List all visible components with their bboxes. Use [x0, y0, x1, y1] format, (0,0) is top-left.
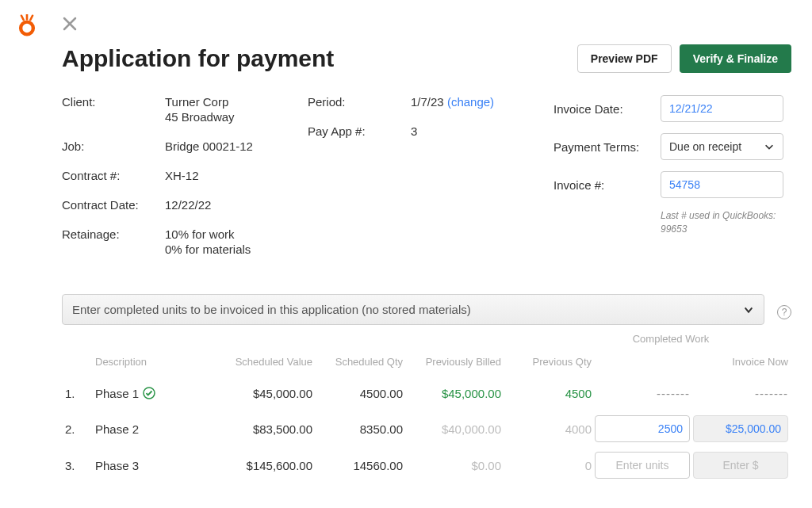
contract-num-label: Contract #:	[62, 169, 165, 182]
svg-line-2	[21, 16, 24, 20]
payapp-label: Pay App #:	[308, 124, 411, 138]
previously-billed: $40,000.00	[406, 422, 501, 436]
header-scheduled-qty: Scheduled Qty	[316, 356, 403, 368]
payment-terms-value: Due on receipt	[669, 140, 741, 153]
scheduled-value: $83,500.00	[217, 422, 312, 436]
line-items-table: Completed Work Description Scheduled Val…	[62, 330, 791, 483]
previously-billed: $45,000.00	[406, 387, 501, 400]
table-row: 1.Phase 1$45,000.004500.00$45,000.004500…	[62, 376, 791, 411]
verify-finalize-button[interactable]: Verify & Finalize	[680, 44, 791, 73]
period-value: 1/7/23	[411, 95, 444, 109]
payapp-value: 3	[411, 124, 417, 138]
invoice-now-input[interactable]	[693, 452, 788, 479]
units-input[interactable]	[595, 415, 690, 442]
table-row: 3.Phase 3$145,600.0014560.00$0.000	[62, 447, 791, 483]
previous-qty: 4500	[504, 387, 592, 400]
payment-terms-label: Payment Terms:	[553, 140, 661, 154]
retainage-work: 10% for work	[165, 227, 235, 241]
scheduled-qty: 14560.00	[316, 459, 403, 472]
page-title: Application for payment	[62, 45, 334, 72]
row-number: 1.	[62, 387, 92, 400]
scheduled-value: $45,000.00	[217, 387, 312, 400]
client-address: 45 Broadway	[165, 110, 235, 124]
scheduled-value: $145,600.00	[217, 459, 312, 472]
payment-terms-select[interactable]: Due on receipt	[661, 133, 783, 160]
svg-line-3	[30, 16, 33, 20]
header-previous-qty: Previous Qty	[504, 356, 592, 368]
previously-billed: $0.00	[406, 459, 501, 472]
row-description: Phase 2	[95, 422, 214, 436]
job-value: Bridge 00021-12	[165, 139, 253, 153]
row-description: Phase 3	[95, 459, 214, 472]
header-scheduled-value: Scheduled Value	[217, 356, 312, 368]
contract-date-label: Contract Date:	[62, 198, 165, 212]
close-icon[interactable]	[62, 16, 78, 32]
change-period-link[interactable]: (change)	[447, 95, 494, 109]
contract-num-value: XH-12	[165, 169, 199, 182]
job-label: Job:	[62, 139, 165, 153]
invoice-num-label: Invoice #:	[553, 178, 661, 192]
table-row: 2.Phase 2$83,500.008350.00$40,000.004000	[62, 411, 791, 447]
svg-point-0	[21, 22, 33, 35]
invoice-dash: -------	[755, 387, 788, 400]
header-description: Description	[95, 356, 214, 368]
contract-date-value: 12/22/22	[165, 198, 211, 212]
chevron-down-icon	[764, 141, 775, 152]
instruction-bar[interactable]: Enter completed units to be invoiced in …	[62, 294, 764, 325]
preview-pdf-button[interactable]: Preview PDF	[577, 44, 672, 73]
instruction-text: Enter completed units to be invoiced in …	[72, 303, 471, 316]
chevron-down-icon	[743, 304, 754, 315]
retainage-materials: 0% for materials	[165, 243, 251, 256]
invoice-now-input[interactable]	[693, 415, 788, 442]
header-invoice-now: Invoice Now	[693, 356, 788, 368]
previous-qty: 0	[504, 459, 592, 472]
scheduled-qty: 8350.00	[316, 422, 403, 436]
help-icon[interactable]: ?	[777, 305, 791, 319]
app-logo	[16, 14, 38, 36]
invoice-num-input[interactable]	[661, 171, 783, 198]
period-label: Period:	[308, 95, 411, 109]
header-completed-work: Completed Work	[576, 330, 766, 345]
row-number: 3.	[62, 459, 92, 472]
client-name: Turner Corp	[165, 95, 228, 109]
row-number: 2.	[62, 422, 92, 436]
invoice-date-label: Invoice Date:	[553, 102, 661, 116]
invoice-num-note-a: Last # used in QuickBooks:	[661, 210, 776, 221]
invoice-date-input[interactable]	[661, 95, 783, 122]
header-previously-billed: Previously Billed	[406, 356, 501, 368]
client-label: Client:	[62, 95, 165, 109]
units-dash: -------	[657, 387, 690, 400]
check-circle-icon	[143, 387, 155, 399]
invoice-num-note-b: 99653	[661, 223, 687, 235]
scheduled-qty: 4500.00	[316, 387, 403, 400]
row-description: Phase 1	[95, 387, 214, 400]
units-input[interactable]	[595, 452, 690, 479]
retainage-label: Retainage:	[62, 227, 165, 241]
previous-qty: 4000	[504, 422, 592, 436]
